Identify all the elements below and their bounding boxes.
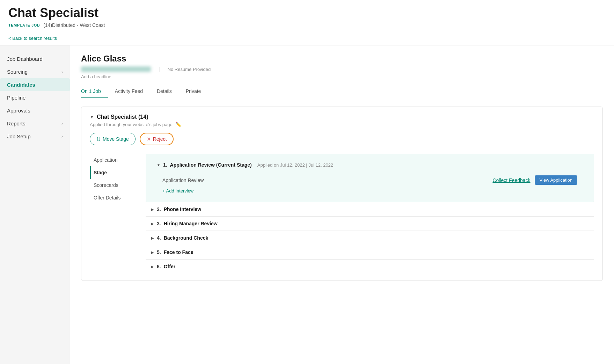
sidebar-item-job-dashboard[interactable]: Job Dashboard bbox=[0, 52, 70, 65]
tab-details[interactable]: Details bbox=[157, 85, 179, 98]
stage-1-collapse-icon: ▼ bbox=[157, 163, 160, 167]
sidebar-item-job-setup[interactable]: Job Setup › bbox=[0, 130, 70, 143]
stage-4: ▶ 4. Background Check bbox=[146, 231, 594, 245]
separator: | bbox=[159, 66, 160, 72]
stage-3-header[interactable]: ▶ 3. Hiring Manager Review bbox=[151, 221, 589, 226]
left-nav-application[interactable]: Application bbox=[90, 154, 146, 166]
sidebar-item-label: Pipeline bbox=[7, 95, 25, 101]
stages-list: ▼ 1. Application Review (Current Stage) … bbox=[146, 154, 594, 274]
left-nav-scorecards[interactable]: Scorecards bbox=[90, 179, 146, 191]
stage-3-expand-icon: ▶ bbox=[151, 222, 154, 226]
stage-1-header[interactable]: ▼ 1. Application Review (Current Stage) … bbox=[151, 158, 589, 172]
page-title: Chat Specialist bbox=[8, 6, 606, 20]
stage-3-title: Hiring Manager Review bbox=[164, 221, 218, 226]
sidebar-item-candidates[interactable]: Candidates bbox=[0, 78, 70, 91]
stage-5-number: 5. bbox=[157, 249, 161, 255]
sidebar-item-approvals[interactable]: Approvals bbox=[0, 104, 70, 117]
stage-2-expand-icon: ▶ bbox=[151, 208, 154, 211]
job-section-title: Chat Specialist (14) bbox=[97, 114, 148, 120]
email-blur bbox=[81, 66, 151, 72]
stage-6-header[interactable]: ▶ 6. Offer bbox=[151, 264, 589, 269]
stage-2-header[interactable]: ▶ 2. Phone Interview bbox=[151, 206, 589, 212]
stage-5: ▶ 5. Face to Face bbox=[146, 245, 594, 260]
action-buttons: ⇅ Move Stage ✕ Reject bbox=[90, 133, 594, 145]
stage-6-expand-icon: ▶ bbox=[151, 265, 154, 269]
view-application-button[interactable]: View Application bbox=[535, 175, 577, 185]
sidebar-item-label: Candidates bbox=[7, 82, 35, 88]
stage-2: ▶ 2. Phone Interview bbox=[146, 202, 594, 217]
stage-6-number: 6. bbox=[157, 264, 161, 269]
left-nav: Application Stage Scorecards Offer Detai… bbox=[90, 154, 146, 274]
move-stage-icon: ⇅ bbox=[96, 136, 101, 142]
tab-on-1-job[interactable]: On 1 Job bbox=[81, 85, 108, 98]
stage-4-number: 4. bbox=[157, 235, 161, 241]
chevron-right-icon: › bbox=[61, 134, 63, 139]
tab-private[interactable]: Private bbox=[186, 85, 208, 98]
stage-1-number: 1. bbox=[163, 162, 167, 168]
sidebar-item-reports[interactable]: Reports › bbox=[0, 117, 70, 130]
add-interview-link[interactable]: + Add Interview bbox=[162, 188, 193, 194]
candidate-meta: | No Resume Provided bbox=[81, 66, 603, 72]
sidebar-item-sourcing[interactable]: Sourcing › bbox=[0, 65, 70, 78]
chevron-right-icon: › bbox=[61, 70, 63, 74]
sidebar-item-label: Job Dashboard bbox=[7, 56, 43, 62]
template-badge: TEMPLATE JOB bbox=[8, 23, 40, 27]
add-headline[interactable]: Add a headline bbox=[81, 74, 603, 79]
reject-x-icon: ✕ bbox=[147, 136, 151, 142]
sidebar-item-pipeline[interactable]: Pipeline bbox=[0, 91, 70, 104]
stage-6-title: Offer bbox=[164, 264, 175, 269]
candidate-name: Alice Glass bbox=[81, 54, 603, 64]
stage-1-actions: Collect Feedback View Application bbox=[492, 175, 577, 185]
job-section: ▼ Chat Specialist (14) Applied through y… bbox=[81, 107, 603, 281]
chevron-right-icon: › bbox=[61, 121, 63, 126]
two-col-layout: Application Stage Scorecards Offer Detai… bbox=[90, 154, 594, 274]
move-stage-label: Move Stage bbox=[103, 136, 129, 142]
tab-activity-feed[interactable]: Activity Feed bbox=[115, 85, 150, 98]
sidebar-item-label: Sourcing bbox=[7, 69, 28, 75]
stage-2-number: 2. bbox=[157, 206, 161, 212]
stage-1-title: Application Review (Current Stage) bbox=[170, 162, 252, 168]
back-to-search-link[interactable]: < Back to search results bbox=[8, 32, 57, 45]
collect-feedback-link[interactable]: Collect Feedback bbox=[492, 177, 530, 183]
left-nav-stage[interactable]: Stage bbox=[90, 166, 146, 179]
stage-3: ▶ 3. Hiring Manager Review bbox=[146, 217, 594, 231]
stage-1-content: Application Review Collect Feedback View… bbox=[151, 172, 589, 198]
collapse-icon[interactable]: ▼ bbox=[90, 115, 94, 119]
stage-6: ▶ 6. Offer bbox=[146, 260, 594, 274]
left-nav-offer-details[interactable]: Offer Details bbox=[90, 191, 146, 204]
meta-detail: (14)Distributed - West Coast bbox=[43, 22, 105, 28]
sidebar: Job Dashboard Sourcing › Candidates Pipe… bbox=[0, 45, 70, 364]
stage-4-expand-icon: ▶ bbox=[151, 236, 154, 240]
stage-2-title: Phone Interview bbox=[164, 206, 201, 212]
page-meta: TEMPLATE JOB (14)Distributed - West Coas… bbox=[8, 22, 606, 28]
stage-4-title: Background Check bbox=[164, 235, 209, 241]
stage-3-number: 3. bbox=[157, 221, 161, 226]
subtitle-text: Applied through your website's jobs page bbox=[90, 122, 173, 127]
sidebar-item-label: Job Setup bbox=[7, 133, 31, 139]
page-header: Chat Specialist TEMPLATE JOB (14)Distrib… bbox=[0, 0, 614, 45]
reject-button[interactable]: ✕ Reject bbox=[140, 133, 174, 145]
stage-1-content-row: Application Review Collect Feedback View… bbox=[162, 173, 577, 187]
stage-5-header[interactable]: ▶ 5. Face to Face bbox=[151, 249, 589, 255]
stage-1-date: Applied on Jul 12, 2022 | Jul 12, 2022 bbox=[257, 162, 333, 168]
sidebar-item-label: Reports bbox=[7, 121, 25, 126]
job-section-header: ▼ Chat Specialist (14) bbox=[90, 114, 594, 120]
move-stage-button[interactable]: ⇅ Move Stage bbox=[90, 133, 136, 145]
stage-1: ▼ 1. Application Review (Current Stage) … bbox=[146, 154, 594, 202]
sidebar-item-label: Approvals bbox=[7, 108, 30, 114]
edit-pencil-icon[interactable]: ✏️ bbox=[175, 122, 181, 127]
stage-4-header[interactable]: ▶ 4. Background Check bbox=[151, 235, 589, 241]
tabs-bar: On 1 Job Activity Feed Details Private bbox=[81, 85, 603, 98]
stage-5-expand-icon: ▶ bbox=[151, 250, 154, 254]
reject-label: Reject bbox=[153, 136, 167, 142]
job-section-subtitle: Applied through your website's jobs page… bbox=[90, 122, 594, 127]
main-content: Alice Glass | No Resume Provided Add a h… bbox=[70, 45, 614, 364]
stage-5-title: Face to Face bbox=[164, 249, 193, 255]
stage-1-content-label: Application Review bbox=[162, 177, 204, 183]
no-resume-text: No Resume Provided bbox=[168, 67, 211, 72]
